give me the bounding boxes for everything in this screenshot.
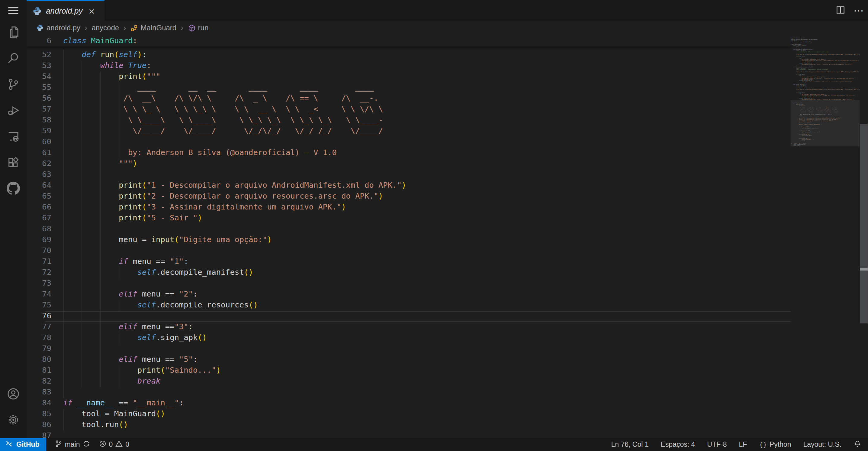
minimap-viewport[interactable] (791, 100, 860, 146)
breadcrumb-method[interactable]: run (188, 24, 209, 32)
sidebar-item-remote-explorer[interactable] (0, 124, 27, 150)
remote-indicator[interactable]: GitHub (0, 438, 46, 451)
line-number: 87 (27, 431, 51, 438)
eol-status[interactable]: LF (739, 441, 747, 449)
code-line-81[interactable]: 81 print("Saindo...") (27, 365, 791, 376)
code-line-84[interactable]: 84if __name__ == "__main__": (27, 398, 791, 409)
code-line-66[interactable]: 66 print("3 - Assinar digitalmente um ar… (27, 202, 791, 213)
line-number: 59 (27, 126, 51, 135)
code-line-55[interactable]: 55 ____ __ __ ____ ____ ____ (27, 83, 791, 93)
code-line-59[interactable]: 59 \/____/ \/____/ \/_/\/_/ \/_/ /_/ \/_… (27, 126, 791, 137)
code-line-71[interactable]: 71 if menu == "1": (27, 257, 791, 267)
code-line-82[interactable]: 82 break (27, 376, 791, 387)
notifications-bell[interactable] (854, 440, 861, 450)
activity-bar (0, 0, 27, 438)
accounts-button[interactable] (0, 382, 27, 407)
line-number: 75 (27, 300, 51, 309)
sticky-scroll-line[interactable]: 6class MainGuard: (27, 34, 791, 47)
braces-icon: {} (759, 441, 767, 448)
breadcrumb-class[interactable]: MainGuard (130, 24, 176, 32)
code-line-53[interactable]: 53 while True: (27, 61, 791, 72)
line-number: 55 (27, 83, 51, 92)
close-icon[interactable]: × (89, 7, 95, 16)
minimap[interactable]: import tkinter as tkimport tkinter.messa… (791, 37, 860, 400)
keyboard-layout-status[interactable]: Layout: U.S. (803, 441, 841, 449)
code-line-85[interactable]: 85 tool = MainGuard() (27, 409, 791, 420)
sidebar-item-explorer[interactable] (0, 20, 27, 46)
breadcrumb-file[interactable]: android.py (36, 24, 80, 32)
line-number: 81 (27, 365, 51, 374)
menu-hamburger-icon[interactable] (0, 1, 27, 20)
line-number: 52 (27, 50, 51, 59)
line-number: 77 (27, 322, 51, 331)
code-line-83[interactable]: 83 (27, 387, 791, 398)
extensions-icon (7, 156, 20, 170)
code-editor[interactable]: 5152 def run(self):53 while True:54 prin… (27, 34, 868, 438)
line-number: 66 (27, 202, 51, 211)
line-number: 60 (27, 137, 51, 146)
more-actions-icon[interactable]: ⋯ (854, 4, 865, 17)
breadcrumb-folder[interactable]: anycode (92, 24, 119, 32)
sidebar-item-search[interactable] (0, 46, 27, 72)
code-line-58[interactable]: 58 \ \____\ \ \____\ \ \_\ \_\ \ \_\ \_\… (27, 115, 791, 126)
line-number: 68 (27, 224, 51, 233)
code-line-60[interactable]: 60 (27, 137, 791, 148)
line-number: 84 (27, 398, 51, 407)
code-line-86[interactable]: 86 tool.run() (27, 420, 791, 431)
line-number: 54 (27, 72, 51, 81)
branch-status[interactable]: main (55, 440, 90, 450)
code-line-76[interactable]: 76 (27, 311, 791, 322)
line-number: 64 (27, 180, 51, 190)
code-line-73[interactable]: 73 (27, 278, 791, 289)
code-line-52[interactable]: 52 def run(self): (27, 50, 791, 61)
line-number: 67 (27, 213, 51, 222)
chevron-right-icon: › (123, 23, 127, 33)
code-line-63[interactable]: 63 (27, 170, 791, 180)
sidebar-item-run-debug[interactable] (0, 98, 27, 124)
python-icon (33, 7, 42, 16)
line-number: 53 (27, 61, 51, 70)
code-line-57[interactable]: 57 \ \ \_ \ \ \ \_\ \ \ \ __ \ \ \ _< \ … (27, 104, 791, 115)
sidebar-item-github[interactable] (0, 176, 27, 202)
code-line-69[interactable]: 69 menu = input("Digite uma opção:") (27, 235, 791, 246)
settings-button[interactable] (0, 407, 27, 433)
split-editor-icon[interactable] (835, 5, 846, 16)
remote-icon (5, 440, 13, 450)
git-branch-icon (55, 440, 63, 450)
editor-scrollbar[interactable] (860, 34, 868, 438)
code-line-79[interactable]: 79 (27, 344, 791, 355)
code-line-87[interactable]: 87 (27, 431, 791, 438)
code-line-54[interactable]: 54 print(""" (27, 72, 791, 83)
code-line-80[interactable]: 80 elif menu == "5": (27, 355, 791, 365)
files-icon (7, 26, 20, 40)
code-line-77[interactable]: 77 elif menu =="3": (27, 322, 791, 333)
line-number: 62 (27, 159, 51, 168)
chevron-right-icon: › (84, 23, 88, 33)
code-line-70[interactable]: 70 (27, 246, 791, 257)
code-line-78[interactable]: 78 self.sign_apk() (27, 333, 791, 344)
problems-status[interactable]: 0 0 (99, 440, 130, 450)
code-line-56[interactable]: 56 /\ __\ /\ \/\ \ /\ _ \ /\ == \ /\ __-… (27, 93, 791, 104)
code-line-74[interactable]: 74 elif menu == "2": (27, 289, 791, 300)
code-line-75[interactable]: 75 self.decompile_resources() (27, 300, 791, 311)
code-line-72[interactable]: 72 self.decompile_manifest() (27, 267, 791, 278)
sidebar-item-source-control[interactable] (0, 72, 27, 98)
sidebar-item-extensions[interactable] (0, 150, 27, 176)
cursor-position-status[interactable]: Ln 76, Col 1 (611, 441, 648, 449)
code-line-67[interactable]: 67 print("5 - Sair ") (27, 213, 791, 224)
encoding-status[interactable]: UTF-8 (707, 441, 727, 449)
sync-icon (83, 440, 90, 450)
language-mode-status[interactable]: {} Python (759, 441, 791, 449)
line-number: 82 (27, 376, 51, 386)
code-line-68[interactable]: 68 (27, 224, 791, 235)
code-line-64[interactable]: 64 print("1 - Descompilar o arquivo Andr… (27, 180, 791, 191)
code-line-65[interactable]: 65 print("2 - Descompilar o arquivo reso… (27, 191, 791, 202)
line-number: 85 (27, 409, 51, 418)
line-number: 71 (27, 257, 51, 266)
scrollbar-slider[interactable] (860, 124, 868, 323)
indentation-status[interactable]: Espaços: 4 (661, 441, 695, 449)
code-line-61[interactable]: 61 by: Anderson B silva (@oanderoficial)… (27, 148, 791, 159)
tab-android-py[interactable]: android.py × (27, 0, 104, 21)
code-line-62[interactable]: 62 """) (27, 159, 791, 170)
github-icon (7, 182, 20, 196)
